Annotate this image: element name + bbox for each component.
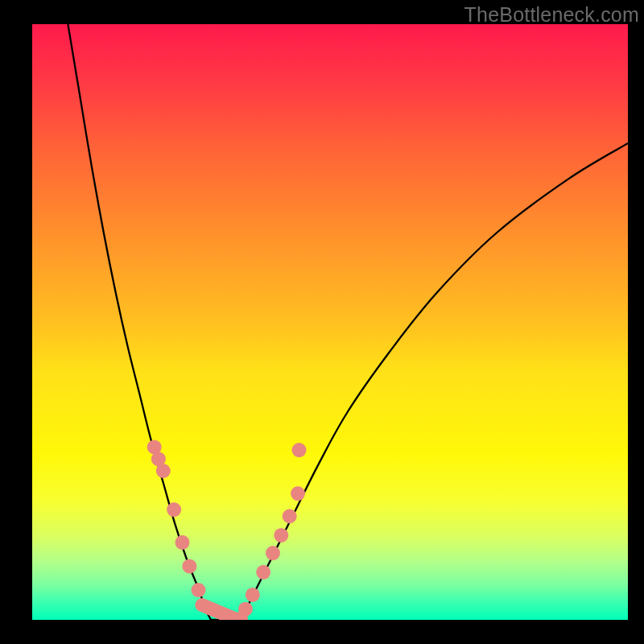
marker-dot: [246, 588, 260, 602]
marker-dot: [266, 546, 280, 560]
marker-dot: [175, 535, 189, 550]
svg-line-0: [202, 605, 235, 619]
watermark-text: TheBottleneck.com: [464, 3, 639, 27]
marker-dot: [191, 583, 205, 597]
marker-dot: [182, 559, 196, 573]
marker-dot: [156, 464, 171, 478]
marker-dot: [274, 528, 288, 543]
chart-container: TheBottleneck.com: [0, 0, 644, 644]
marker-dot: [256, 565, 270, 580]
marker-dot: [292, 443, 307, 457]
marker-dot: [291, 486, 305, 501]
marker-beads: [147, 440, 307, 620]
curve-svg: [32, 24, 628, 620]
marker-dot: [167, 502, 181, 517]
marker-dot: [283, 509, 297, 523]
curve-right-branch: [241, 143, 628, 620]
curve-left-branch: [68, 24, 211, 620]
marker-dot: [238, 602, 253, 617]
plot-area: [32, 24, 628, 620]
